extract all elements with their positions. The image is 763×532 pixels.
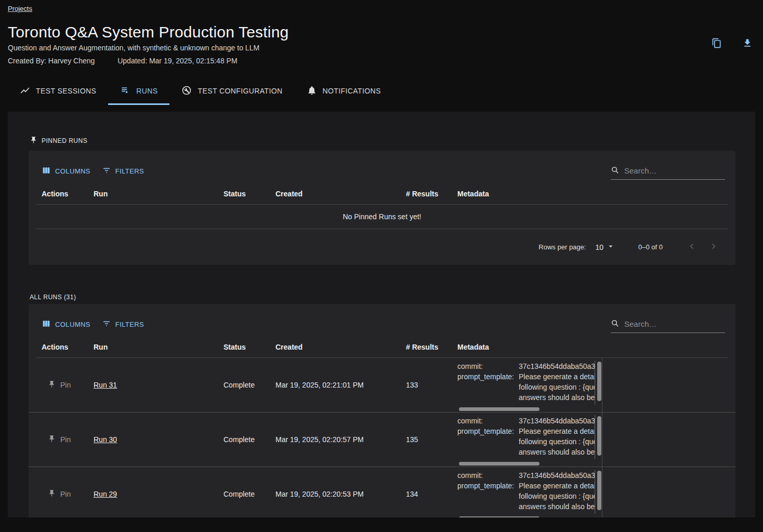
metadata-key: prompt_template: [457, 426, 519, 436]
metadata-value: following question : {que [519, 436, 595, 447]
pinned-runs-card: COLUMNS FILTERS Actions Run Status Creat… [29, 151, 735, 265]
page-meta-line: Created By: Harvey Cheng Updated: Mar 19… [8, 57, 711, 65]
metadata-scroll-area[interactable]: commit: 37c1346b54ddaba50a3a prompt_temp… [455, 361, 595, 405]
all-runs-card: COLUMNS FILTERS Actions Run Status Creat… [29, 304, 735, 517]
metadata-vertical-scrollbar[interactable] [597, 362, 601, 401]
results-value: 133 [406, 381, 455, 389]
pinned-runs-section-label: PINNED RUNS [30, 112, 755, 145]
rows-per-page-value: 10 [595, 243, 603, 251]
download-button[interactable] [741, 37, 754, 50]
metadata-horizontal-scrollbar[interactable] [459, 407, 540, 411]
pin-label: Pin [60, 435, 71, 444]
metadata-value: Please generate a detaile [519, 371, 595, 382]
header-run-col: Run [94, 343, 223, 351]
header-status-col: Status [223, 343, 275, 351]
chevron-left-icon [687, 242, 696, 252]
search-icon [611, 319, 620, 329]
content-panel: PINNED RUNS COLUMNS FILTERS Actions [8, 112, 755, 517]
pin-icon [30, 136, 37, 145]
metadata-cell: commit: 37c1346b54ddaba50a3a prompt_temp… [455, 467, 602, 517]
bell-icon [307, 85, 317, 97]
tab-bar: TEST SESSIONS RUNS TEST CONFIGURATION NO… [8, 78, 763, 103]
metadata-horizontal-scrollbar[interactable] [459, 462, 540, 466]
metadata-horizontal-scrollbar[interactable] [459, 516, 540, 517]
search-input[interactable] [624, 320, 728, 328]
tab-label: TEST SESSIONS [36, 87, 96, 95]
columns-button[interactable]: COLUMNS [42, 166, 90, 177]
filter-icon [102, 319, 111, 330]
metadata-value: answers should also be s [519, 501, 595, 512]
page-header: Toronto Q&A System Production Testing Qu… [0, 12, 763, 65]
created-value: Mar 19, 2025, 02:20:57 PM [275, 435, 406, 444]
pin-run-button[interactable]: Pin [48, 380, 71, 390]
pin-label: Pin [60, 381, 71, 389]
run-link[interactable]: Run 31 [94, 381, 117, 389]
columns-icon [42, 319, 51, 330]
header-created-col: Created [275, 343, 406, 351]
section-label-text: PINNED RUNS [42, 137, 87, 144]
pin-label: Pin [60, 490, 71, 498]
header-status-col: Status [223, 190, 275, 198]
metadata-value: answers should also be s [519, 447, 595, 457]
created-value: Mar 19, 2025, 02:21:01 PM [275, 381, 406, 389]
columns-button[interactable]: COLUMNS [42, 319, 90, 330]
metadata-scroll-area[interactable]: commit: 37c1346b54ddaba50a3a prompt_temp… [455, 470, 595, 514]
pin-icon [48, 380, 56, 390]
tab-label: NOTIFICATIONS [323, 87, 381, 95]
header-created-col: Created [275, 190, 406, 198]
download-icon [742, 38, 753, 50]
filter-icon [102, 166, 111, 177]
pin-icon [48, 489, 56, 499]
header-actions-col: Actions [29, 343, 94, 351]
metadata-scroll-area[interactable]: commit: 37c1346b54ddaba50a3a prompt_temp… [455, 415, 595, 459]
header-results-col: # Results [406, 343, 455, 351]
header-actions [711, 37, 754, 50]
breadcrumb-projects-link[interactable]: Projects [8, 5, 32, 12]
all-runs-rows: Pin Run 31 Complete Mar 19, 2025, 02:21:… [29, 358, 735, 517]
all-runs-toolbar: COLUMNS FILTERS [29, 304, 735, 336]
filters-button[interactable]: FILTERS [102, 166, 144, 177]
pin-run-button[interactable]: Pin [48, 435, 71, 444]
created-value: Mar 19, 2025, 02:20:53 PM [275, 490, 406, 498]
tab-test-configuration[interactable]: TEST CONFIGURATION [169, 78, 294, 103]
columns-label: COLUMNS [55, 321, 90, 328]
tab-runs[interactable]: RUNS [108, 78, 169, 103]
rows-per-page-select[interactable]: 10 [595, 242, 615, 252]
pinned-table-header: Actions Run Status Created # Results Met… [29, 183, 735, 204]
tab-test-sessions[interactable]: TEST SESSIONS [8, 78, 108, 103]
metadata-value: Please generate a detaile [519, 426, 595, 436]
all-runs-search-field [611, 315, 725, 333]
table-row: Pin Run 31 Complete Mar 19, 2025, 02:21:… [29, 358, 735, 413]
columns-icon [42, 166, 51, 177]
pin-run-button[interactable]: Pin [48, 489, 71, 499]
build-circle-icon [181, 85, 192, 97]
copy-icon [712, 38, 722, 50]
previous-page-button[interactable] [686, 241, 698, 254]
page-subtitle: Question and Answer Augmentation, with s… [8, 44, 711, 52]
pinned-toolbar: COLUMNS FILTERS [29, 151, 735, 183]
all-runs-table-header: Actions Run Status Created # Results Met… [29, 336, 735, 357]
metadata-value: 37c1346b54ddaba50a3a [519, 470, 595, 481]
tab-label: TEST CONFIGURATION [198, 87, 282, 95]
run-link[interactable]: Run 29 [94, 490, 117, 498]
metadata-key: commit: [457, 416, 519, 426]
table-row: Pin Run 30 Complete Mar 19, 2025, 02:20:… [29, 413, 735, 467]
results-value: 135 [406, 435, 455, 444]
run-link[interactable]: Run 30 [94, 435, 117, 444]
header-actions-col: Actions [29, 190, 94, 198]
metadata-vertical-scrollbar[interactable] [597, 416, 601, 456]
filters-label: FILTERS [115, 321, 144, 328]
filters-button[interactable]: FILTERS [102, 319, 144, 330]
metadata-key: commit: [457, 470, 519, 481]
copy-button[interactable] [711, 37, 723, 50]
tab-notifications[interactable]: NOTIFICATIONS [295, 78, 393, 103]
table-row: Pin Run 29 Complete Mar 19, 2025, 02:20:… [29, 467, 735, 517]
all-runs-section-label: ALL RUNS (31) [30, 294, 755, 301]
metadata-vertical-scrollbar[interactable] [597, 471, 601, 510]
chevron-down-icon [606, 242, 615, 252]
next-page-button[interactable] [707, 241, 720, 254]
metadata-value: Please generate a detaile [519, 481, 595, 491]
search-input[interactable] [624, 166, 728, 175]
metadata-value: 37c1346b54ddaba50a3a [519, 361, 595, 371]
search-icon [611, 166, 620, 176]
